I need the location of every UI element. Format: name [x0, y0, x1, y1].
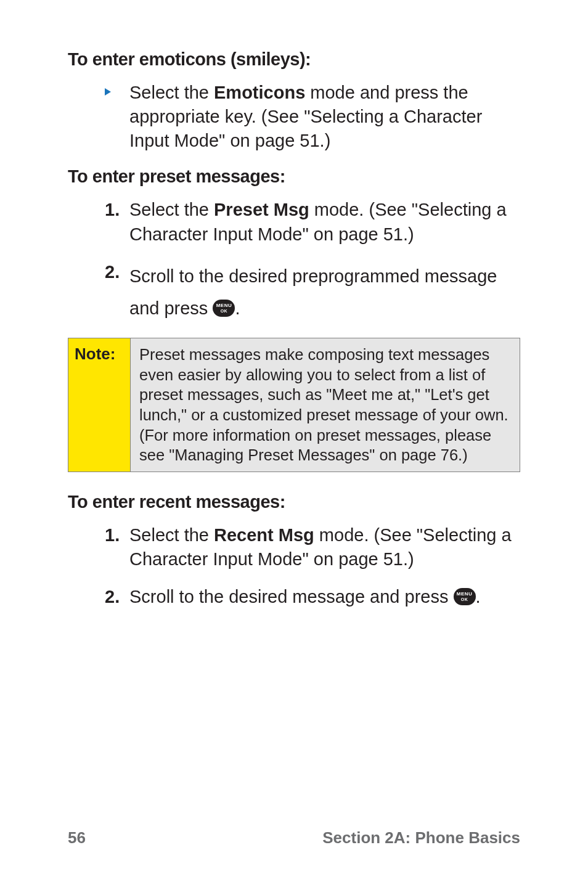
recent-step-1-number: 1. [105, 523, 129, 547]
emoticons-text: Select the Emoticons mode and press the … [129, 81, 514, 153]
page-container: To enter emoticons (smileys): Select the… [0, 0, 588, 882]
menu-label: MENU [457, 592, 473, 597]
page-number: 56 [68, 828, 86, 847]
recent-step1-bold: Recent Msg [214, 525, 314, 545]
menu-label: MENU [216, 303, 232, 308]
recent-step-2-number: 2. [105, 585, 129, 609]
recent-step-1-text: Select the Recent Msg mode. (See "Select… [129, 523, 514, 571]
preset-step-2: 2. Scroll to the desired preprogrammed m… [105, 260, 514, 324]
ok-label: OK [221, 309, 228, 313]
note-box: Note: Preset messages make composing tex… [68, 338, 520, 472]
emoticons-block: Select the Emoticons mode and press the … [68, 81, 520, 153]
heading-preset: To enter preset messages: [68, 166, 520, 187]
preset-step2-before: Scroll to the desired preprogrammed mess… [129, 266, 497, 318]
emoticons-text-before: Select the [129, 83, 214, 102]
recent-step2-before: Scroll to the desired message and press [129, 587, 454, 606]
emoticons-bold-word: Emoticons [214, 83, 305, 102]
preset-step-1: 1. Select the Preset Msg mode. (See "Sel… [105, 198, 514, 246]
section-label: Section 2A: Phone Basics [322, 828, 520, 847]
page-footer: 56 Section 2A: Phone Basics [68, 828, 520, 847]
recent-step-2: 2. Scroll to the desired message and pre… [105, 585, 514, 609]
preset-step-1-number: 1. [105, 198, 129, 222]
preset-step2-after: . [235, 298, 240, 318]
note-label: Note: [68, 338, 131, 472]
ok-label: OK [461, 597, 468, 602]
recent-step1-before: Select the [129, 525, 214, 545]
recent-step-1: 1. Select the Recent Msg mode. (See "Sel… [105, 523, 514, 571]
heading-recent: To enter recent messages: [68, 492, 520, 512]
menu-ok-icon: MENUOK [213, 300, 235, 317]
menu-ok-icon: MENUOK [454, 588, 476, 605]
preset-step1-before: Select the [129, 200, 214, 219]
bullet-triangle-icon [105, 81, 129, 96]
preset-step1-bold: Preset Msg [214, 200, 309, 219]
recent-step2-after: . [476, 587, 481, 606]
heading-emoticons: To enter emoticons (smileys): [68, 49, 520, 70]
preset-step-2-number: 2. [105, 260, 129, 284]
recent-step-2-text: Scroll to the desired message and press … [129, 585, 514, 609]
preset-step-1-text: Select the Preset Msg mode. (See "Select… [129, 198, 514, 246]
recent-block: 1. Select the Recent Msg mode. (See "Sel… [68, 523, 520, 609]
preset-step-2-text: Scroll to the desired preprogrammed mess… [129, 260, 514, 324]
preset-block: 1. Select the Preset Msg mode. (See "Sel… [68, 198, 520, 324]
note-body: Preset messages make composing text mess… [131, 338, 520, 472]
emoticons-bullet-row: Select the Emoticons mode and press the … [105, 81, 514, 153]
